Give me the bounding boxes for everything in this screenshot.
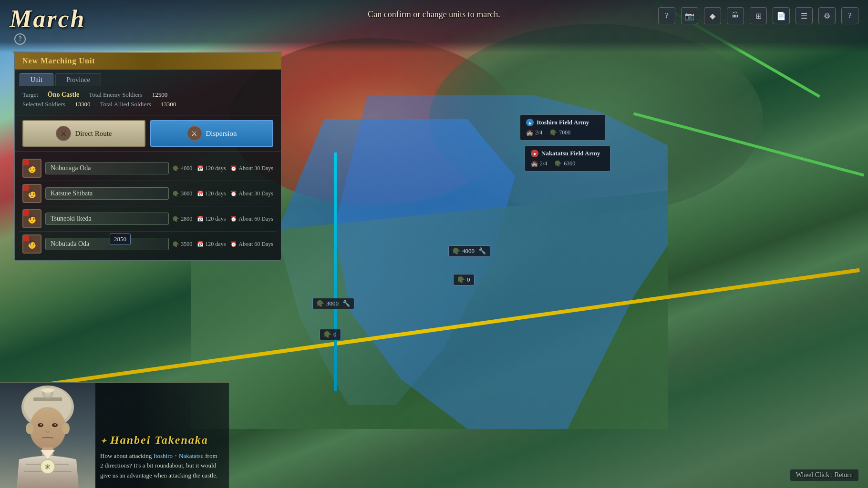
unit-stats-3: 🪖 3500 📅 120 days ⏰ About 60 Days	[173, 241, 273, 248]
army-panel-itoshiro: ▲ Itoshiro Field Army 🏰 2/4 🪖 7000	[520, 114, 606, 141]
camera-icon[interactable]: 📷	[681, 7, 698, 24]
tab-province[interactable]: Province	[55, 73, 101, 86]
unit-name-3: Nobutada Oda	[45, 238, 169, 250]
character-portrait-bg: 家	[0, 383, 95, 488]
svg-point-6	[30, 407, 66, 450]
character-panel: 家 Hanbei Takenaka How about attacking It…	[0, 382, 229, 488]
allied-soldiers-value: 13300	[161, 101, 176, 108]
svg-point-11	[26, 423, 33, 434]
army-header-itoshiro: ▲ Itoshiro Field Army	[526, 119, 599, 126]
soldiers-icon-3: 🪖	[173, 241, 179, 247]
unit-days1-0: 120 days	[205, 165, 226, 172]
unit-stats-0: 🪖 4000 📅 120 days ⏰ About 30 Days	[173, 165, 273, 172]
unit-soldiers-1: 3000	[181, 190, 192, 197]
unit-row[interactable]: 🧑 Nobunaga Oda 🪖 4000 📅 120 days ⏰ About…	[20, 156, 276, 181]
army-ratio-nakatatsu: 2/4	[540, 160, 547, 167]
unit-soldiers-0: 4000	[181, 165, 192, 172]
clock-icon-3: ⏰	[230, 241, 237, 247]
grid-icon[interactable]: ⊞	[750, 7, 767, 24]
unit-name-1: Katsuie Shibata	[45, 187, 169, 200]
army-name-nakatatsu: Nakatatsu Field Army	[541, 150, 600, 157]
help-button[interactable]: ?	[14, 33, 26, 45]
clock-icon-0: ⏰	[230, 165, 237, 172]
calendar-icon-3: 📅	[197, 241, 204, 247]
building-icon[interactable]: 🏛	[727, 7, 744, 24]
unit-row[interactable]: 🧑 Tsuneoki Ikeda 🪖 2800 📅 120 days ⏰ Abo…	[20, 206, 276, 232]
unit-row[interactable]: 🧑 Nobutada Oda 🪖 3500 📅 120 days ⏰ About…	[20, 232, 276, 256]
soldiers-icon-2: 🪖	[173, 216, 179, 222]
unit-days2-3: About 60 Days	[238, 241, 273, 248]
svg-point-9	[40, 424, 42, 426]
dispersion-avatar: ⚔	[187, 126, 202, 141]
help-icon[interactable]: ?	[658, 7, 675, 24]
gear-icon[interactable]: ⚙	[818, 7, 836, 24]
map-badge-4000: 🪖 4000 🔧	[448, 245, 490, 257]
diamond-icon[interactable]: ◆	[704, 7, 721, 24]
dispersion-label: Dispersion	[206, 130, 237, 138]
army-stats-itoshiro: 🏰 2/4 🪖 7000	[526, 129, 599, 136]
unit-soldiers-2: 2800	[181, 215, 192, 223]
soldiers-icon-1: 🪖	[173, 191, 179, 197]
clock-icon-1: ⏰	[230, 191, 237, 197]
army-icon-blue: ▲	[526, 119, 534, 126]
panel-header-text: New Marching Unit	[22, 57, 95, 65]
panel-header: New Marching Unit	[15, 53, 281, 70]
unit-name-0: Nobunaga Oda	[45, 162, 169, 174]
calendar-icon-0: 📅	[197, 165, 204, 172]
allied-soldiers-label: Total Allied Soldiers	[100, 101, 151, 108]
character-portrait: 家	[0, 383, 95, 488]
list-icon[interactable]: ☰	[796, 7, 813, 24]
army-icon-tower: 🏰	[526, 129, 533, 136]
map-badge-0-1: 🪖 0	[453, 274, 475, 285]
army-soldiers-nakatatsu: 6300	[564, 160, 575, 167]
page-title: March	[10, 5, 85, 33]
top-message: Can confirm or change units to march.	[368, 10, 500, 20]
unit-row[interactable]: 🧑 Katsuie Shibata 🪖 3000 📅 120 days ⏰ Ab…	[20, 181, 276, 206]
direct-route-label: Direct Route	[75, 130, 112, 138]
unit-days1-3: 120 days	[205, 241, 226, 248]
army-header-nakatatsu: ● Nakatatsu Field Army	[531, 150, 604, 157]
selected-soldiers-value: 13300	[75, 101, 91, 108]
unit-name-2: Tsuneoki Ikeda	[45, 213, 169, 225]
army-soldiers-itoshiro: 7000	[559, 129, 570, 136]
unit-days1-1: 120 days	[205, 190, 226, 197]
unit-stats-2: 🪖 2800 📅 120 days ⏰ About 60 Days	[173, 215, 273, 223]
road-cyan	[334, 152, 337, 391]
unit-stats-1: 🪖 3000 📅 120 days ⏰ About 30 Days	[173, 190, 273, 197]
tab-unit[interactable]: Unit	[20, 73, 53, 86]
unit-avatar-3: 🧑	[22, 234, 41, 254]
map-badge-2850: 2850	[110, 234, 131, 245]
highlight-itoshiro: Itoshiro	[154, 452, 173, 459]
army-ratio-itoshiro: 2/4	[535, 129, 542, 136]
army-icon-soldiers-2: 🪖	[555, 160, 562, 167]
target-castle: Ōno Castle	[48, 91, 80, 99]
map-badge-3000: 🪖 3000 🔧	[312, 298, 354, 309]
unit-list: 🧑 Nobunaga Oda 🪖 4000 📅 120 days ⏰ About…	[15, 152, 281, 260]
unit-soldiers-3: 3500	[181, 241, 192, 248]
selected-soldiers-label: Selected Soldiers	[22, 101, 65, 108]
soldiers-icon-0: 🪖	[173, 165, 179, 172]
target-info: Target Ōno Castle Total Enemy Soldiers 1…	[15, 86, 281, 115]
clock-icon-2: ⏰	[230, 216, 237, 222]
army-icon-tower-2: 🏰	[531, 160, 538, 167]
unit-days2-1: About 30 Days	[238, 190, 273, 197]
character-name: Hanbei Takenaka	[100, 434, 222, 447]
enemy-soldiers-value: 12500	[152, 91, 168, 99]
route-buttons: ⚔ Direct Route ⚔ Dispersion	[15, 115, 281, 152]
svg-text:家: 家	[45, 464, 50, 469]
target-label: Target	[22, 91, 38, 99]
bottom-hint: Wheel Click : Return	[790, 469, 858, 481]
army-stats-nakatatsu: 🏰 2/4 🪖 6300	[531, 160, 604, 167]
direct-route-button[interactable]: ⚔ Direct Route	[22, 120, 145, 147]
character-info: Hanbei Takenaka How about attacking Itos…	[95, 427, 229, 488]
army-name-itoshiro: Itoshiro Field Army	[537, 119, 589, 126]
map-badge-0-2: 🪖 0	[320, 329, 341, 340]
dispersion-button[interactable]: ⚔ Dispersion	[150, 120, 273, 147]
highlight-nakatatsu: Nakatatsu	[179, 452, 204, 459]
question-icon[interactable]: ?	[841, 7, 858, 24]
army-icon-red: ●	[531, 150, 538, 157]
top-bar: March ? Can confirm or change units to m…	[0, 0, 868, 52]
document-icon[interactable]: 📄	[773, 7, 790, 24]
unit-avatar-2: 🧑	[22, 209, 41, 228]
army-panel-nakatatsu: ● Nakatatsu Field Army 🏰 2/4 🪖 6300	[525, 145, 610, 172]
